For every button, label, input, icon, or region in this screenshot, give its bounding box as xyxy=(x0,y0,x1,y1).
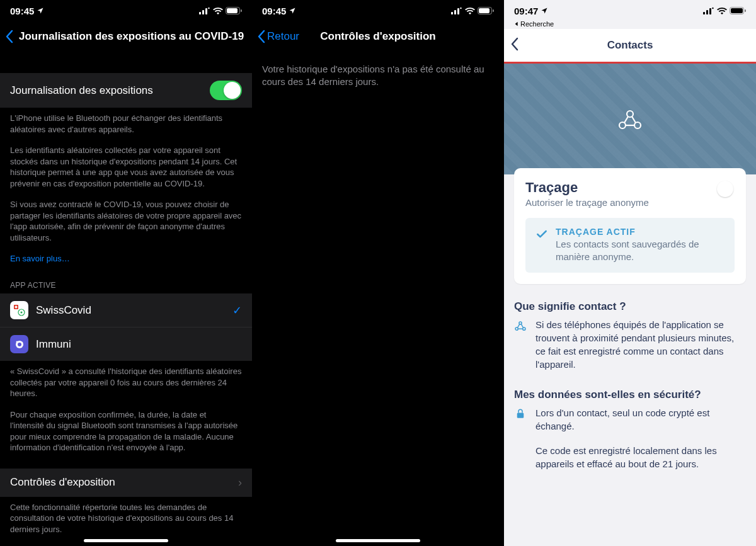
checkmark-icon xyxy=(536,228,548,264)
faq-question: Que signifie contact ? xyxy=(514,300,746,313)
svg-line-40 xyxy=(517,324,519,327)
network-icon xyxy=(514,320,527,333)
page-title: Journalisation des expositions au COVID-… xyxy=(19,30,244,43)
faq-security-section: Mes données sont-elles en sécurité? Lors… xyxy=(504,382,756,470)
svg-point-27 xyxy=(712,7,713,8)
svg-rect-25 xyxy=(706,10,708,14)
status-bar: 09:45 xyxy=(252,0,504,20)
chevron-right-icon: › xyxy=(238,476,242,489)
svg-rect-2 xyxy=(205,8,207,14)
svg-point-31 xyxy=(627,111,633,117)
svg-rect-43 xyxy=(517,412,524,418)
wifi-icon xyxy=(465,6,475,16)
svg-line-41 xyxy=(521,324,523,327)
card-title: Traçage xyxy=(525,179,735,196)
svg-rect-19 xyxy=(457,8,459,14)
wifi-icon xyxy=(717,6,727,16)
page-title: Contacts xyxy=(504,39,756,52)
note-storage: Les identifiants aléatoires collectés pa… xyxy=(0,140,252,194)
back-button[interactable]: Retour xyxy=(257,30,299,43)
cellular-icon xyxy=(451,6,462,16)
clock: 09:47 xyxy=(514,6,538,16)
svg-rect-0 xyxy=(199,12,201,14)
exposure-controls-screen: 09:45 Retour Contrôles d'exposition Votr… xyxy=(252,0,504,546)
toggle-label: Journalisation des expositions xyxy=(10,84,210,97)
back-button[interactable] xyxy=(510,37,519,54)
clock: 09:45 xyxy=(262,6,286,16)
note-share: Si vous avez contracté le COVID-19, vous… xyxy=(0,194,252,248)
swisscovid-app-icon xyxy=(10,301,28,319)
status-title: TRAÇAGE ACTIF xyxy=(556,227,724,237)
note-controls: Cette fonctionnalité répertorie toutes l… xyxy=(0,497,252,540)
svg-rect-26 xyxy=(709,8,711,14)
location-icon xyxy=(289,6,296,16)
network-icon xyxy=(612,101,648,137)
battery-icon xyxy=(226,6,242,16)
svg-point-3 xyxy=(208,7,209,8)
home-indicator[interactable] xyxy=(336,539,420,542)
svg-point-15 xyxy=(16,341,18,343)
battery-icon xyxy=(478,6,494,16)
faq-contact-section: Que signifie contact ? Si des téléphones… xyxy=(504,284,756,371)
svg-point-32 xyxy=(619,122,626,128)
svg-rect-5 xyxy=(227,8,238,13)
status-bar: 09:47 xyxy=(504,0,756,20)
faq-question: Mes données sont-elles en sécurité? xyxy=(514,389,746,401)
svg-rect-29 xyxy=(731,8,743,13)
nav-bar: Retour Contrôles d'exposition xyxy=(252,20,504,53)
app-name: SwissCovid xyxy=(36,304,91,317)
svg-rect-1 xyxy=(202,10,204,14)
faq-answer-1: Lors d'un contact, seul un code crypté e… xyxy=(536,406,746,433)
svg-point-38 xyxy=(515,327,518,330)
hero-image xyxy=(504,64,756,174)
row-label: Contrôles d'exposition xyxy=(10,476,238,489)
tracing-card: Traçage Autoriser le traçage anonyme TRA… xyxy=(514,168,746,284)
app-row-immuni[interactable]: Immuni xyxy=(0,327,252,361)
lock-icon xyxy=(514,408,527,419)
svg-rect-22 xyxy=(479,8,490,13)
svg-rect-18 xyxy=(454,10,456,14)
note-bluetooth: L'iPhone utilise le Bluetooth pour échan… xyxy=(0,108,252,140)
learn-more-link[interactable]: En savoir plus… xyxy=(10,254,70,263)
empty-state-text: Votre historique d'expositions n'a pas é… xyxy=(252,53,504,99)
settings-exposure-logging-screen: 09:45 Journalisation des expositions au … xyxy=(0,0,252,546)
svg-point-14 xyxy=(18,343,21,346)
exposure-logging-toggle-row[interactable]: Journalisation des expositions xyxy=(0,73,252,108)
svg-point-33 xyxy=(634,122,641,128)
location-icon xyxy=(37,6,44,16)
clock: 09:45 xyxy=(10,6,34,16)
back-label: Retour xyxy=(267,30,299,43)
nav-bar: Contacts xyxy=(504,29,756,62)
home-indicator[interactable] xyxy=(84,539,168,542)
svg-point-39 xyxy=(523,327,525,330)
svg-point-16 xyxy=(21,341,23,343)
note-signal: Pour chaque exposition confirmée, la dur… xyxy=(0,404,252,458)
svg-point-37 xyxy=(519,321,522,324)
location-icon xyxy=(541,6,548,16)
wifi-icon xyxy=(213,6,223,16)
exposure-logging-toggle[interactable] xyxy=(210,81,242,100)
svg-point-12 xyxy=(20,311,22,313)
svg-rect-24 xyxy=(703,12,705,14)
svg-rect-6 xyxy=(241,9,242,12)
battery-icon xyxy=(730,6,746,16)
swisscovid-contacts-screen: 09:47 Recherche Contacts Traçage Autoris… xyxy=(504,0,756,546)
breadcrumb-back[interactable]: Recherche xyxy=(504,20,756,29)
svg-rect-30 xyxy=(745,9,746,12)
app-row-swisscovid[interactable]: SwissCovid ✓ xyxy=(0,293,252,327)
cellular-icon xyxy=(703,6,714,16)
exposure-controls-row[interactable]: Contrôles d'exposition › xyxy=(0,469,252,497)
app-name: Immuni xyxy=(36,338,71,351)
checkmark-icon: ✓ xyxy=(232,304,242,317)
active-app-header: APP ACTIVE xyxy=(0,270,252,293)
note-lookup: « SwissCovid » a consulté l'historique d… xyxy=(0,361,252,404)
back-button[interactable] xyxy=(5,30,14,43)
svg-line-35 xyxy=(632,117,636,123)
cellular-icon xyxy=(199,6,210,16)
faq-answer: Si des téléphones équipés de l'applicati… xyxy=(536,318,746,371)
tracing-status-box: TRAÇAGE ACTIF Les contacts sont sauvegar… xyxy=(525,218,735,273)
svg-point-20 xyxy=(460,7,461,8)
svg-line-34 xyxy=(624,117,628,123)
svg-rect-10 xyxy=(14,306,17,307)
status-bar: 09:45 xyxy=(0,0,252,20)
